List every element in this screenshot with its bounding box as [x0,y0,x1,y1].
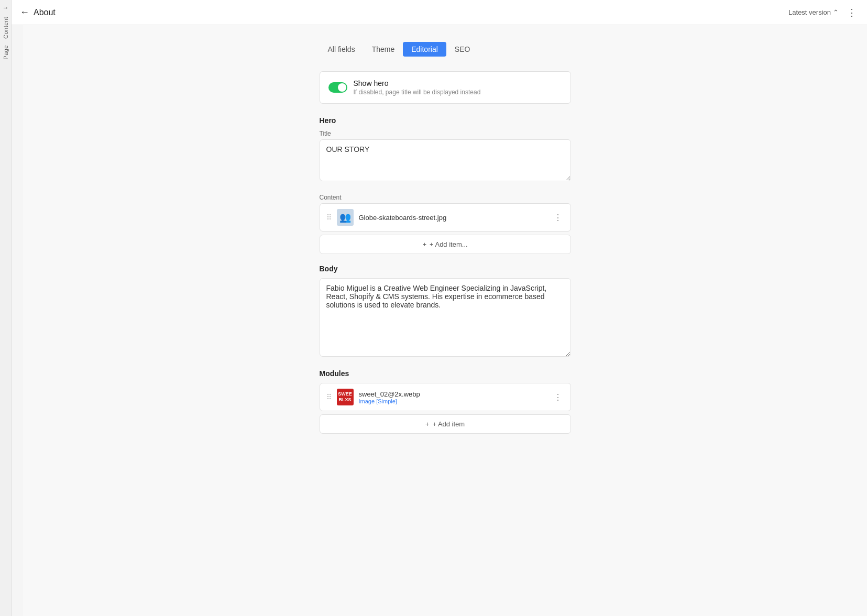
page-title: About [34,8,56,17]
show-hero-toggle-card: Show hero If disabled, page title will b… [320,71,571,104]
content-item-row: ⠿ 👥 Globe-skateboards-street.jpg ⋮ [320,204,570,231]
tab-theme[interactable]: Theme [364,42,403,57]
add-module-item-button[interactable]: + + Add item [320,414,571,434]
tab-all-fields[interactable]: All fields [320,42,364,57]
add-content-item-button[interactable]: + + Add item... [320,235,571,254]
sidebar-label-page[interactable]: Page [2,43,10,62]
hero-title-group: Title OUR STORY [320,130,571,183]
module-item-filename: sweet_02@2x.webp [359,390,546,398]
hero-content-group: Content ⠿ 👥 Globe-skateboards-street.jpg… [320,194,571,254]
content-item-filename: Globe-skateboards-street.jpg [359,214,546,222]
hero-section-title: Hero [320,116,571,125]
module-item-subtitle: Image [Simple] [359,398,546,404]
back-button[interactable]: ← [20,7,29,18]
main-content: All fields Theme Editorial SEO Show hero… [23,25,867,616]
content-item-thumbnail: 👥 [337,209,354,226]
toggle-description: If disabled, page title will be displaye… [354,89,481,96]
module-drag-handle-icon[interactable]: ⠿ [326,393,332,401]
content-area: All fields Theme Editorial SEO Show hero… [320,25,571,616]
module-item-thumbnail: SWEEBLXS [337,389,354,405]
modules-section-group: Modules ⠿ SWEEBLXS sweet_02@2x.webp Imag… [320,369,571,434]
header: ← About Latest version ⌃ ⋮ [12,0,867,25]
up-arrow[interactable]: ↑ [2,6,9,9]
tab-editorial[interactable]: Editorial [403,42,446,57]
header-right: Latest version ⌃ ⋮ [788,5,859,20]
content-field-label: Content [320,194,571,201]
body-textarea[interactable]: Fabio Miguel is a Creative Web Engineer … [320,278,571,357]
tab-bar: All fields Theme Editorial SEO [320,42,571,57]
more-menu-button[interactable]: ⋮ [845,5,859,20]
body-section-group: Body Fabio Miguel is a Creative Web Engi… [320,265,571,359]
hero-title-input[interactable]: OUR STORY [320,139,571,181]
modules-items-container: ⠿ SWEEBLXS sweet_02@2x.webp Image [Simpl… [320,383,571,411]
sidebar-label-content[interactable]: Content [2,15,10,41]
add-content-label: + Add item... [430,240,468,248]
body-section-title: Body [320,265,571,273]
module-item-menu-button[interactable]: ⋮ [552,391,564,403]
add-module-icon: + [425,420,430,428]
version-selector[interactable]: Latest version ⌃ [788,8,839,16]
add-module-label: + Add item [432,420,465,428]
add-icon: + [422,240,426,248]
drag-handle-icon[interactable]: ⠿ [326,213,332,222]
header-left: ← About [20,7,56,18]
toggle-label: Show hero [354,79,481,87]
content-items-container: ⠿ 👥 Globe-skateboards-street.jpg ⋮ [320,203,571,232]
people-icon: 👥 [339,212,351,223]
version-arrow-icon: ⌃ [833,8,839,16]
title-field-label: Title [320,130,571,137]
version-label: Latest version [788,8,831,16]
vertical-sidebar: ↑ Content Page [0,0,12,616]
modules-section-title: Modules [320,369,571,378]
content-item-menu-button[interactable]: ⋮ [552,212,564,224]
module-item-info: sweet_02@2x.webp Image [Simple] [359,390,546,404]
tab-seo[interactable]: SEO [446,42,479,57]
module-item-row: ⠿ SWEEBLXS sweet_02@2x.webp Image [Simpl… [320,383,570,411]
show-hero-toggle[interactable] [328,82,347,93]
toggle-info: Show hero If disabled, page title will b… [354,79,481,96]
